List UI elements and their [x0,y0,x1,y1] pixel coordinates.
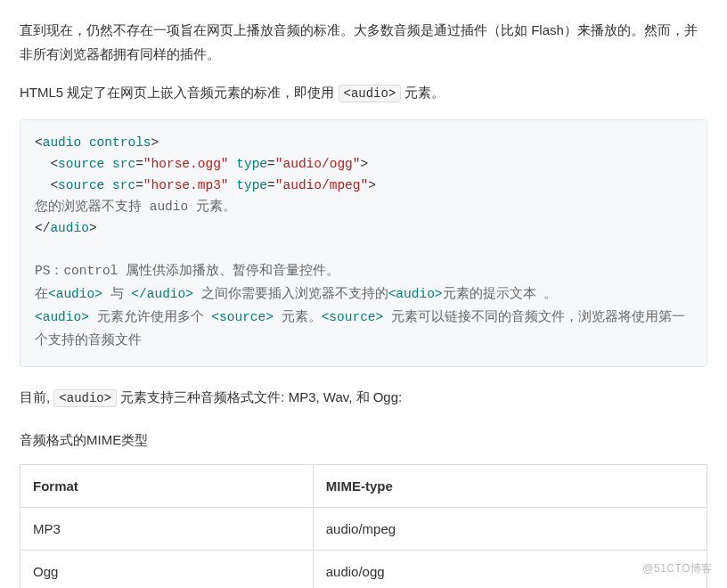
th-mime: MIME-type [313,465,707,508]
code-line: <source src="horse.ogg" type="audio/ogg"… [35,154,692,176]
table-header-row: Format MIME-type [20,465,707,508]
code-line: <audio controls> [35,133,692,154]
table-row: Oggaudio/ogg [20,551,707,588]
p2-before: HTML5 规定了在网页上嵌入音频元素的标准，即使用 [20,85,339,100]
mime-heading: 音频格式的MIME类型 [20,428,707,452]
ps-line-2: 在<audio> 与 </audio> 之间你需要插入浏览器不支持的<audio… [35,282,692,306]
p3-after: 元素支持三种音频格式文件: MP3, Wav, 和 Ogg: [117,389,402,404]
paragraph-formats: 目前, <audio> 元素支持三种音频格式文件: MP3, Wav, 和 Og… [20,385,707,410]
code-line: </audio> [35,218,692,240]
ps-line-1: PS：control 属性供添加播放、暂停和音量控件。 [35,259,692,282]
p2-after: 元素。 [401,85,445,100]
mime-table: Format MIME-type MP3audio/mpegOggaudio/o… [20,464,707,588]
code-line: <source src="horse.mp3" type="audio/mpeg… [35,176,692,197]
ps-line-3: <audio> 元素允许使用多个 <source> 元素。<source> 元素… [35,306,692,352]
table-row: MP3audio/mpeg [20,508,707,551]
inline-code-audio: <audio> [339,85,402,102]
table-cell: MP3 [20,508,314,551]
table-cell: audio/ogg [313,551,707,588]
th-format: Format [20,465,314,508]
paragraph-intro-2: HTML5 规定了在网页上嵌入音频元素的标准，即使用 <audio> 元素。 [20,80,707,105]
code-ps-block: PS：control 属性供添加播放、暂停和音量控件。 在<audio> 与 <… [35,259,692,352]
code-line: 您的浏览器不支持 audio 元素。 [35,197,692,218]
inline-code-audio-2: <audio> [53,389,117,407]
p3-before: 目前, [20,389,53,404]
table-cell: audio/mpeg [313,508,707,551]
paragraph-intro-1: 直到现在，仍然不存在一项旨在网页上播放音频的标准。大多数音频是通过插件（比如 F… [20,18,707,66]
table-cell: Ogg [20,551,314,588]
code-example-block: <audio controls> <source src="horse.ogg"… [20,119,707,367]
